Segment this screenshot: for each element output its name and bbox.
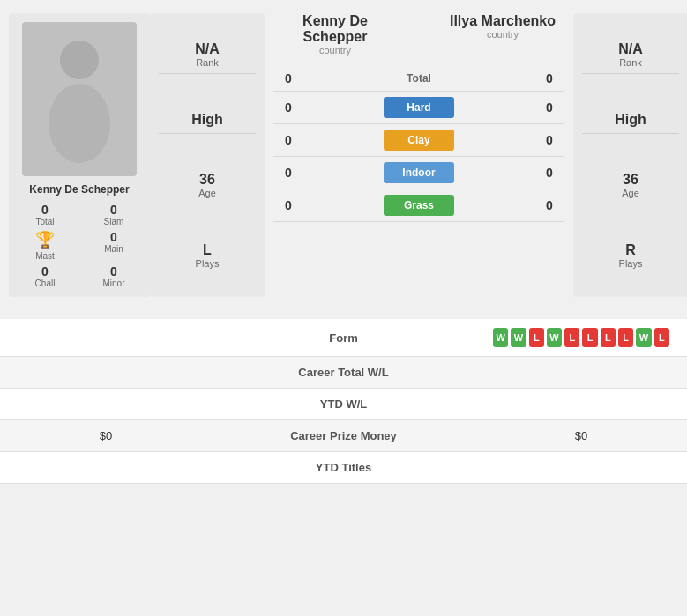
ytd-wl-label: YTD W/L: [194, 397, 493, 411]
form-badge-w: W: [493, 328, 508, 347]
p2-age-item: 36 Age: [582, 167, 679, 204]
player1-name: Kenny De Schepper: [29, 183, 129, 196]
player2-detail-card: N/A Rank High 36 Age R Plays: [573, 13, 687, 297]
comp-grass-label: Grass: [384, 195, 454, 216]
p2-rank-item: N/A Rank: [582, 36, 679, 74]
comp-total-label: Total: [302, 72, 536, 85]
comp-indoor-row: 0 Indoor 0: [273, 157, 564, 189]
player1-chall: 0 Chall: [16, 264, 74, 288]
form-label: Form: [194, 331, 493, 345]
p2-names-container: Illya Marchenko country: [441, 13, 564, 59]
player1-mast: 🏆 Mast: [16, 230, 74, 261]
comp-hard-right: 0: [536, 100, 563, 115]
p1-center-name: Kenny De Schepper: [273, 13, 397, 45]
form-badge-l: L: [529, 328, 544, 347]
player1-stats: 0 Total 0 Slam 🏆 Mast 0 Main 0 Chall: [16, 203, 143, 288]
form-right: WWLWLLLLWL: [493, 328, 669, 347]
names-row: Kenny De Schepper country Illya Marchenk…: [273, 13, 564, 59]
comparison-rows: 0 Total 0 0 Hard 0 0 Clay 0: [273, 66, 564, 222]
comp-grass-right: 0: [536, 198, 563, 212]
comp-clay-left: 0: [275, 133, 302, 147]
comp-clay-row: 0 Clay 0: [273, 124, 564, 157]
form-badge-w: W: [511, 328, 526, 347]
career-wl-label: Career Total W/L: [194, 366, 493, 379]
p1-plays-item: L Plays: [159, 237, 256, 274]
middle-section: N/A Rank High 36 Age L Plays: [150, 13, 687, 297]
main-container: Kenny De Schepper 0 Total 0 Slam 🏆 Mast …: [0, 0, 687, 484]
player1-detail-card: N/A Rank High 36 Age L Plays: [150, 13, 265, 297]
comp-grass-left: 0: [275, 198, 302, 212]
form-badges: WWLWLLLLWL: [493, 328, 669, 347]
form-row: Form WWLWLLLLWL: [0, 319, 687, 357]
p2-plays-item: R Plays: [582, 237, 679, 274]
player1-main: 0 Main: [85, 230, 143, 261]
form-badge-w: W: [636, 328, 651, 347]
prize-label: Career Prize Money: [194, 429, 493, 442]
p1-rank-item: N/A Rank: [159, 36, 256, 74]
player1-minor: 0 Minor: [85, 264, 143, 288]
comp-clay-label: Clay: [384, 130, 454, 151]
p2-high-item: High: [582, 107, 679, 134]
form-badge-w: W: [547, 328, 562, 347]
center-column: Kenny De Schepper country Illya Marchenk…: [269, 13, 569, 297]
player1-avatar: [22, 22, 137, 176]
svg-point-0: [60, 41, 99, 79]
career-wl-row: Career Total W/L: [0, 357, 687, 389]
svg-point-1: [49, 84, 110, 163]
comp-hard-row: 0 Hard 0: [273, 92, 564, 124]
prize-row: $0 Career Prize Money $0: [0, 420, 687, 452]
player-section: Kenny De Schepper 0 Total 0 Slam 🏆 Mast …: [0, 0, 687, 310]
comp-hard-left: 0: [275, 100, 302, 115]
form-badge-l: L: [654, 328, 669, 347]
comp-indoor-left: 0: [275, 166, 302, 180]
form-badge-l: L: [564, 328, 579, 347]
ytd-wl-row: YTD W/L: [0, 389, 687, 420]
form-badge-l: L: [582, 328, 597, 347]
comp-total-right: 0: [536, 71, 563, 85]
comp-grass-row: 0 Grass 0: [273, 189, 564, 222]
p1-country: country: [319, 45, 351, 56]
p2-country: country: [487, 29, 519, 40]
player1-card: Kenny De Schepper 0 Total 0 Slam 🏆 Mast …: [9, 13, 150, 297]
form-badge-l: L: [618, 328, 633, 347]
player1-total: 0 Total: [16, 203, 74, 226]
p1-age-item: 36 Age: [159, 167, 256, 204]
player1-slam: 0 Slam: [85, 203, 143, 226]
p1-high-item: High: [159, 107, 256, 134]
comp-indoor-right: 0: [536, 166, 563, 180]
bottom-stats: Form WWLWLLLLWL Career Total W/L YTD W/L…: [0, 319, 687, 484]
ytd-titles-label: YTD Titles: [194, 461, 493, 474]
ytd-titles-row: YTD Titles: [0, 452, 687, 484]
form-badge-l: L: [601, 328, 616, 347]
p1-names-container: Kenny De Schepper country: [273, 13, 397, 59]
comp-hard-label: Hard: [384, 97, 454, 118]
comp-total-row: 0 Total 0: [273, 66, 564, 92]
comp-total-left: 0: [275, 71, 302, 85]
comp-indoor-label: Indoor: [384, 162, 454, 183]
prize-right: $0: [493, 429, 669, 442]
prize-left: $0: [18, 429, 194, 442]
p2-center-name: Illya Marchenko: [441, 13, 564, 29]
comp-clay-right: 0: [536, 133, 563, 147]
